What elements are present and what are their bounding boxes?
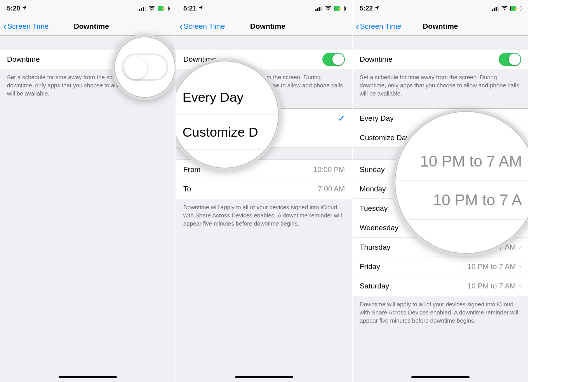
page-title: Downtime: [250, 22, 285, 31]
to-value: 7:00 AM: [318, 185, 345, 193]
battery-icon: ⚡: [510, 6, 521, 11]
back-label: Screen Time: [360, 22, 402, 31]
day-name: Tuesday: [360, 204, 388, 213]
location-icon: [374, 5, 380, 12]
location-icon: [198, 5, 204, 12]
to-row[interactable]: To 7:00 AM: [176, 179, 352, 199]
status-bar: 5:20 ⚡: [0, 0, 176, 17]
chevron-left-icon: ‹: [3, 21, 7, 31]
day-time: 10 PM to 7 AM: [467, 204, 516, 213]
day-name: Friday: [360, 262, 380, 271]
downtime-toggle-row[interactable]: Downtime: [176, 50, 352, 69]
status-bar: 5:22 ⚡: [353, 0, 528, 17]
page-title: Downtime: [423, 22, 458, 31]
nav-bar: ‹ Screen Time Downtime: [176, 17, 352, 36]
day-name: Sunday: [360, 165, 384, 174]
day-row-sunday[interactable]: Sunday 10 PM to 7 AM›: [353, 160, 528, 179]
back-button[interactable]: ‹ Screen Time: [356, 21, 401, 31]
downtime-footer: Set a schedule for time away from the sc…: [176, 69, 352, 101]
day-time: 10 PM to 7 AM: [467, 243, 516, 252]
day-time: 10 PM to 7 AM: [467, 224, 516, 232]
downtime-toggle[interactable]: [146, 53, 169, 66]
chevron-left-icon: ‹: [356, 21, 359, 31]
downtime-toggle-row[interactable]: Downtime: [353, 50, 528, 69]
downtime-toggle[interactable]: [322, 53, 345, 66]
schedule-mode-group: Every Day Customize Days: [353, 108, 528, 148]
customize-days-label: Customize Days: [183, 134, 237, 142]
chevron-right-icon: ›: [519, 224, 521, 232]
every-day-row[interactable]: Every Day ✓: [176, 109, 352, 128]
downtime-footer: Set a schedule for time away from the sc…: [353, 69, 528, 101]
downtime-label: Downtime: [360, 55, 392, 64]
customize-days-row[interactable]: Customize Days: [353, 128, 528, 148]
day-row-wednesday[interactable]: Wednesday 10 PM to 7 AM›: [353, 218, 528, 238]
chevron-right-icon: ›: [519, 282, 521, 290]
chevron-right-icon: ›: [519, 165, 521, 174]
day-row-thursday[interactable]: Thursday 10 PM to 7 AM›: [353, 238, 528, 257]
phone-screen-2: 5:21 ⚡ ‹ Screen Time Downtime Downtime S…: [176, 0, 353, 382]
every-day-label: Every Day: [183, 114, 217, 123]
chevron-right-icon: ›: [519, 185, 521, 193]
nav-bar: ‹ Screen Time Downtime: [0, 17, 176, 36]
time-range-group: From 10:00 PM To 7:00 AM: [176, 160, 352, 199]
status-time: 5:21: [183, 5, 197, 12]
phone-screen-1: 5:20 ⚡ ‹ Screen Time Downtime Downtime S…: [0, 0, 176, 382]
customize-days-row[interactable]: Customize Days: [176, 128, 352, 148]
downtime-toggle-row[interactable]: Downtime: [0, 50, 176, 69]
chevron-left-icon: ‹: [179, 21, 183, 31]
downtime-label: Downtime: [7, 55, 40, 64]
cellular-icon: [139, 6, 146, 11]
home-indicator[interactable]: [411, 376, 470, 378]
from-label: From: [183, 165, 200, 174]
day-name: Thursday: [360, 243, 390, 252]
day-time: 10 PM to 7 AM: [467, 185, 516, 193]
day-row-friday[interactable]: Friday 10 PM to 7 AM›: [353, 257, 528, 276]
status-time: 5:22: [360, 5, 373, 12]
schedule-mode-group: Every Day ✓ Customize Days: [176, 108, 352, 148]
downtime-label: Downtime: [183, 55, 216, 64]
downtime-footer: Set a schedule for time away from the sc…: [0, 69, 176, 101]
day-time: 10 PM to 7 AM: [467, 282, 516, 290]
day-name: Saturday: [360, 282, 389, 290]
wifi-icon: [325, 5, 332, 12]
cellular-icon: [492, 6, 499, 11]
chevron-right-icon: ›: [519, 243, 521, 251]
back-button[interactable]: ‹ Screen Time: [3, 21, 49, 31]
phone-screen-3: 5:22 ⚡ ‹ Screen Time Downtime Downtime S…: [353, 0, 529, 382]
from-value: 10:00 PM: [313, 165, 345, 174]
status-time: 5:20: [7, 5, 20, 12]
checkmark-icon: ✓: [338, 114, 345, 123]
wifi-icon: [148, 5, 155, 12]
customize-days-label: Customize Days: [360, 134, 413, 142]
days-group: Sunday 10 PM to 7 AM› Monday 10 PM to 7 …: [353, 160, 528, 296]
location-icon: [22, 5, 27, 12]
day-time: 10 PM to 7 AM: [467, 262, 516, 271]
day-row-tuesday[interactable]: Tuesday 10 PM to 7 AM›: [353, 199, 528, 218]
home-indicator[interactable]: [235, 376, 293, 378]
battery-icon: ⚡: [334, 6, 345, 11]
chevron-right-icon: ›: [519, 262, 521, 271]
battery-icon: ⚡: [158, 6, 169, 11]
day-row-saturday[interactable]: Saturday 10 PM to 7 AM›: [353, 276, 528, 296]
from-row[interactable]: From 10:00 PM: [176, 160, 352, 179]
back-label: Screen Time: [184, 22, 225, 31]
downtime-footer-2: Downtime will apply to all of your devic…: [353, 296, 528, 328]
every-day-label: Every Day: [360, 114, 394, 123]
day-name: Monday: [360, 185, 386, 193]
chevron-right-icon: ›: [519, 204, 521, 212]
every-day-row[interactable]: Every Day: [353, 109, 528, 128]
home-indicator[interactable]: [59, 376, 117, 378]
to-label: To: [183, 185, 191, 193]
back-label: Screen Time: [7, 22, 49, 31]
wifi-icon: [501, 5, 508, 12]
nav-bar: ‹ Screen Time Downtime: [353, 17, 528, 36]
day-row-monday[interactable]: Monday 10 PM to 7 AM›: [353, 179, 528, 199]
day-name: Wednesday: [360, 224, 398, 232]
status-bar: 5:21 ⚡: [176, 0, 352, 17]
back-button[interactable]: ‹ Screen Time: [179, 21, 225, 31]
downtime-toggle[interactable]: [499, 53, 521, 66]
day-time: 10 PM to 7 AM: [467, 165, 516, 174]
page-title: Downtime: [74, 22, 109, 31]
cellular-icon: [315, 6, 322, 11]
downtime-footer-2: Downtime will apply to all of your devic…: [176, 199, 352, 231]
